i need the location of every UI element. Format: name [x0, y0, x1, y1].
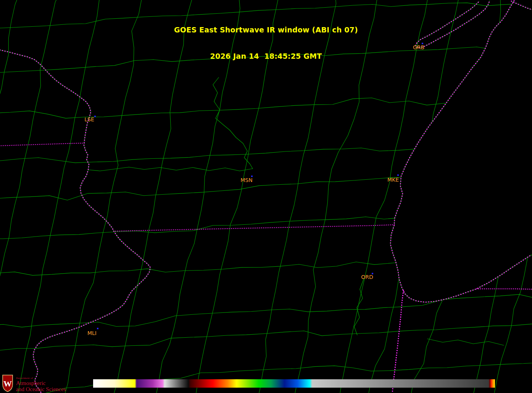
station-label: LSE [84, 117, 94, 122]
station-dot [97, 328, 98, 329]
station-label: ORD [361, 274, 373, 280]
logo-oceanic-sciences: and Oceanic Sciences [16, 386, 66, 392]
aos-logo-text: Department of Atmospheric and Oceanic Sc… [16, 374, 66, 392]
title-line-product: GOES East Shortwave IR window (ABI ch 07… [0, 26, 532, 34]
station-label: MSN [240, 177, 252, 183]
logo-atmospheric: Atmospheric [16, 380, 66, 386]
station-label: MLI [87, 330, 97, 336]
image-title: GOES East Shortwave IR window (ABI ch 07… [0, 8, 532, 78]
logo-department-of: Department of [16, 377, 66, 380]
svg-text:W: W [3, 379, 12, 388]
temperature-colorbar [93, 379, 495, 388]
station-dot [397, 174, 399, 176]
uw-crest-icon: W [2, 374, 13, 392]
station-label: GRB [413, 45, 424, 50]
satellite-image-viewport: GOES East Shortwave IR window (ABI ch 07… [0, 0, 532, 393]
station-label: MKE [387, 177, 399, 182]
aos-logo: W Department of Atmospheric and Oceanic … [2, 374, 66, 392]
station-dot [94, 116, 96, 117]
title-line-timestamp: 2026 Jan 14 18:45:25 GMT [0, 52, 532, 61]
